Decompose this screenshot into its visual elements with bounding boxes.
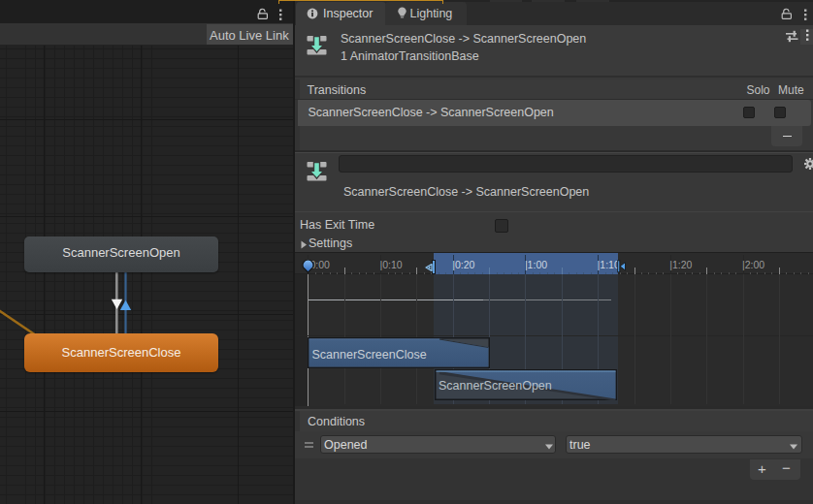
- svg-text:ScannerScreenClose: ScannerScreenClose: [312, 348, 427, 362]
- svg-text:ScannerScreenOpen: ScannerScreenOpen: [439, 379, 552, 393]
